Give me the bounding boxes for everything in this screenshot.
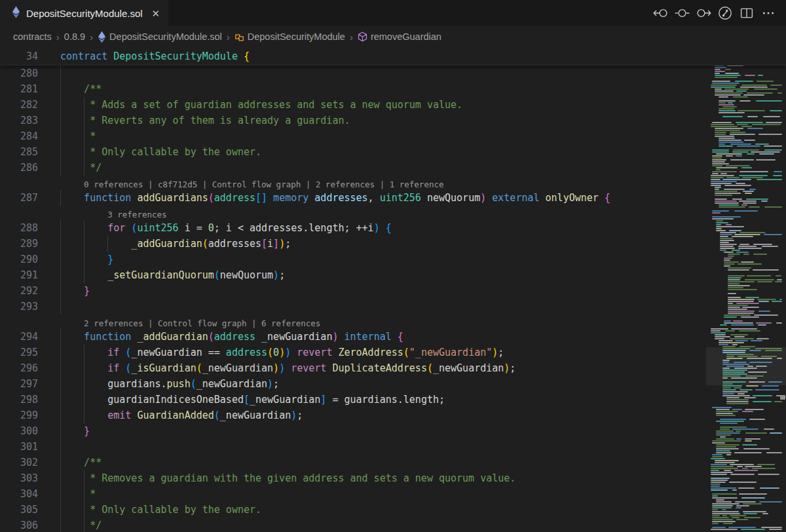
code-line-289[interactable]: 289_addGuardian(addresses[i]); [0,236,706,252]
code-token: ( [214,269,220,281]
line-number[interactable]: 290 [0,254,38,265]
breadcrumb-label: DepositSecurityModule.sol [109,31,222,42]
line-number[interactable]: 283 [0,115,38,126]
line-number[interactable]: 292 [0,285,38,297]
line-number[interactable]: 300 [0,425,38,437]
line-number[interactable]: 303 [0,472,38,484]
code-text: } [84,283,90,299]
minimap-line [716,222,728,223]
code-line-299[interactable]: 299emit GuardianAdded(_newGuardian); [0,408,706,423]
code-line-305[interactable]: 305 * Only callable by the owner. [0,502,706,518]
breadcrumb-item-depositsecuritymodule[interactable]: DepositSecurityModule [234,31,345,42]
line-number[interactable]: 280 [0,67,38,79]
minimap-line [712,513,740,514]
line-number[interactable]: 286 [0,162,38,174]
nav-position-icon[interactable] [673,5,690,22]
code-token: [ [261,238,267,250]
code-line-294[interactable]: 294function _addGuardian(address _newGua… [0,329,706,345]
indent-guide [60,408,61,423]
line-number[interactable]: 296 [0,362,38,374]
breadcrumb-item-0-8-9[interactable]: 0.8.9 [64,31,85,42]
line-number[interactable]: 297 [0,378,38,390]
code-line-292[interactable]: 292} [0,283,706,299]
code-line-281[interactable]: 281/** [0,81,706,97]
close-icon[interactable]: ✕ [149,7,163,20]
minimap-line [757,299,776,300]
line-number[interactable]: 302 [0,457,38,468]
code-area[interactable]: 280281/**282 * Adds a set of guardian ad… [0,66,706,532]
code-line-297[interactable]: 297guardians.push(_newGuardian); [0,376,706,392]
code-line-287[interactable]: 287function addGuardians(address[] memor… [0,190,706,206]
code-token: ) [273,269,279,281]
code-line-298[interactable]: 298guardianIndicesOneBased[_newGuardian]… [0,392,706,408]
minimap[interactable] [706,47,786,532]
code-line-290[interactable]: 290} [0,252,706,267]
minimap-line [726,165,751,166]
minimap-line [741,261,754,263]
indent-guide [60,144,61,160]
code-token: ( [202,238,208,250]
code-token: = guardians.length; [326,394,445,406]
breadcrumb-label: 0.8.9 [64,31,85,42]
line-number[interactable]: 284 [0,130,38,142]
code-line-295[interactable]: 295if (_newGuardian == address(0)) rever… [0,345,706,360]
codelens-links[interactable]: 0 references | c8f712d5 | Control flow g… [84,180,443,189]
code-line-303[interactable]: 303 * Removes a guardian with the given … [0,470,706,486]
editor: 34 contract DepositSecurityModule { 2802… [0,47,786,532]
flow-graph-icon[interactable] [717,5,734,22]
code-line-286[interactable]: 286 */ [0,160,706,176]
code-line-285[interactable]: 285 * Only callable by the owner. [0,144,706,160]
code-token: if [107,362,119,374]
nav-back-icon[interactable] [652,5,669,22]
split-editor-icon[interactable] [738,5,755,22]
line-number[interactable]: 295 [0,347,38,358]
breadcrumb-item-depositsecuritymodule-sol[interactable]: DepositSecurityModule.sol [98,31,222,43]
line-number[interactable]: 285 [0,146,38,158]
code-line-296[interactable]: 296if (_isGuardian(_newGuardian)) revert… [0,360,706,376]
code-line-306[interactable]: 306 */ [0,518,706,532]
code-line-284[interactable]: 284 * [0,128,706,144]
codelens-links[interactable]: 2 references | Control flow graph | 6 re… [84,318,320,328]
line-number[interactable]: 293 [0,301,38,313]
minimap-line [720,423,738,424]
minimap-line [736,438,741,440]
line-number[interactable]: 299 [0,409,38,421]
line-number[interactable]: 306 [0,520,38,531]
minimap-line [711,464,727,465]
sticky-scroll-line[interactable]: 34 contract DepositSecurityModule { [0,47,786,66]
breadcrumb-item-contracts[interactable]: contracts [13,31,52,42]
code-text: guardianIndicesOneBased[_newGuardian] = … [107,392,445,408]
line-number[interactable]: 281 [0,83,38,95]
minimap-line [777,279,782,280]
code-line-280[interactable]: 280 [0,66,706,81]
line-number[interactable]: 282 [0,99,38,111]
code-line-283[interactable]: 283 * Reverts any of them is already a g… [0,113,706,128]
nav-forward-icon[interactable] [695,5,712,22]
minimap-line [755,389,779,390]
line-number[interactable]: 294 [0,331,38,343]
code-line-302[interactable]: 302/** [0,455,706,470]
code-line-291[interactable]: 291_setGuardianQuorum(newQuorum); [0,267,706,283]
more-actions-icon[interactable] [760,5,777,22]
line-number[interactable]: 287 [0,192,38,204]
minimap-line [720,244,737,245]
line-number[interactable]: 288 [0,222,38,234]
codelens-links[interactable]: 3 references [107,210,166,219]
line-number[interactable]: 298 [0,394,38,406]
line-number[interactable]: 304 [0,488,38,500]
line-number[interactable]: 291 [0,269,38,281]
minimap-line [712,149,729,151]
breadcrumb-item-removeguardian[interactable]: removeGuardian [358,31,441,42]
line-number[interactable]: 289 [0,238,38,250]
line-number[interactable]: 305 [0,504,38,516]
minimap-slider[interactable] [706,347,786,385]
code-line-301[interactable]: 301 [0,439,706,455]
code-line-304[interactable]: 304 * [0,486,706,502]
code-token: ( [208,192,214,204]
code-line-282[interactable]: 282 * Adds a set of guardian addresses a… [0,97,706,113]
tab-depositsecuritymodule[interactable]: DepositSecurityModule.sol ✕ [0,0,169,26]
code-line-293[interactable]: 293 [0,299,706,314]
code-line-288[interactable]: 288for (uint256 i = 0; i < addresses.len… [0,220,706,236]
line-number[interactable]: 301 [0,441,38,453]
code-line-300[interactable]: 300} [0,423,706,439]
